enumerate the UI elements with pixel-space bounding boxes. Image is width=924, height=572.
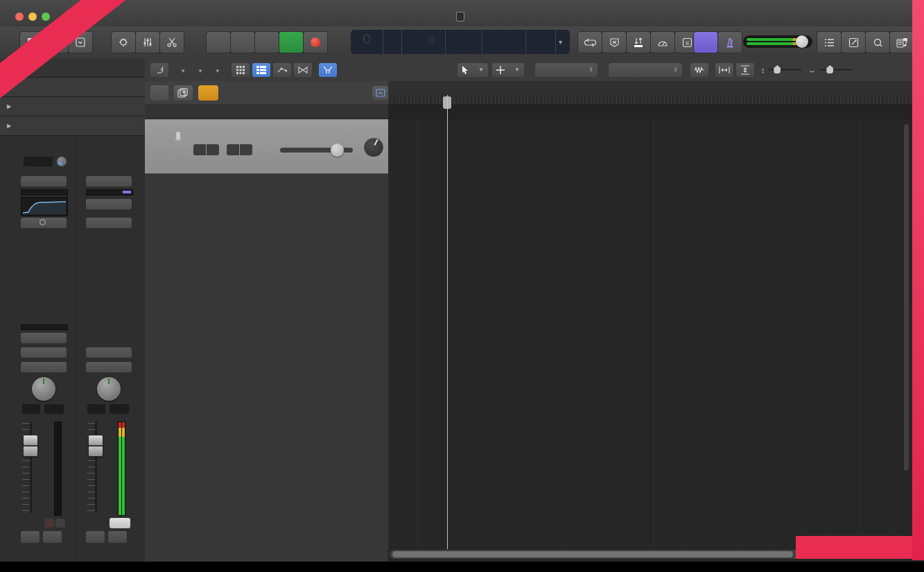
output-setting-button[interactable] bbox=[86, 176, 132, 187]
zoom-slider-thumb[interactable] bbox=[826, 65, 833, 73]
vertical-scroll-thumb[interactable] bbox=[904, 124, 909, 471]
automation-icon[interactable] bbox=[273, 63, 291, 77]
volume-value-right[interactable] bbox=[87, 404, 105, 414]
lcd-bar bbox=[363, 31, 371, 46]
vertical-zoom-slider[interactable]: ↕ bbox=[761, 66, 802, 74]
track-view-icon[interactable] bbox=[252, 63, 270, 77]
drag-select[interactable]: ⇕ bbox=[609, 63, 682, 77]
input-slot[interactable] bbox=[21, 218, 67, 228]
add-track-button[interactable] bbox=[150, 85, 168, 101]
mute-button-left[interactable] bbox=[21, 531, 40, 543]
bar-ruler[interactable] bbox=[388, 81, 924, 96]
automation-mode-right[interactable] bbox=[86, 362, 132, 372]
pointer-tool-dropdown[interactable]: ▼ bbox=[457, 63, 488, 77]
list-editors-icon[interactable] bbox=[817, 32, 841, 53]
mute-button[interactable] bbox=[193, 144, 206, 155]
collapse-tracks-icon[interactable] bbox=[372, 86, 388, 100]
input-monitor-left[interactable] bbox=[55, 519, 65, 528]
forward-button[interactable] bbox=[231, 32, 254, 53]
track-inspector-header[interactable]: ▶ bbox=[0, 116, 145, 136]
automation-mode-left[interactable] bbox=[21, 362, 67, 372]
master-volume-knob[interactable] bbox=[796, 35, 808, 48]
autopunch-icon[interactable] bbox=[602, 32, 626, 53]
mixer-icon[interactable] bbox=[136, 32, 159, 53]
disclosure-triangle-icon[interactable]: ▶ bbox=[7, 116, 11, 135]
horizontal-scroll-thumb[interactable] bbox=[392, 551, 793, 557]
group-inspector-header[interactable]: ▶ bbox=[0, 97, 145, 116]
playhead-handle[interactable] bbox=[443, 96, 451, 109]
region-param-value[interactable] bbox=[24, 157, 53, 166]
pan-value-left[interactable] bbox=[44, 404, 64, 414]
group-slot-right[interactable] bbox=[86, 347, 132, 358]
count-in-button[interactable] bbox=[694, 32, 717, 53]
db-scale-right bbox=[108, 423, 116, 512]
ruler-tick-strip[interactable] bbox=[388, 95, 924, 105]
region-filter-icon[interactable] bbox=[319, 63, 337, 77]
scissors-icon[interactable] bbox=[160, 32, 184, 53]
media-browser-icon[interactable] bbox=[890, 32, 914, 53]
hide-tracks-button[interactable] bbox=[198, 85, 219, 101]
solo-button[interactable] bbox=[207, 144, 219, 155]
playhead-line[interactable] bbox=[447, 95, 448, 549]
track-volume-slider[interactable] bbox=[280, 148, 353, 153]
track-pan-knob[interactable] bbox=[364, 137, 383, 157]
fit-horizontal-icon[interactable] bbox=[715, 63, 733, 77]
output-slot[interactable] bbox=[21, 333, 67, 343]
eq-slot-right[interactable] bbox=[86, 199, 132, 209]
pan-value-right[interactable] bbox=[110, 404, 129, 414]
volume-slider-thumb[interactable] bbox=[331, 144, 344, 157]
lcd-tick bbox=[429, 31, 435, 49]
eq-thumbnail[interactable] bbox=[21, 197, 68, 216]
mute-button-right[interactable] bbox=[86, 531, 105, 543]
channel-setting-button[interactable] bbox=[21, 176, 67, 187]
tuner-icon[interactable] bbox=[651, 32, 674, 53]
db-scale-left bbox=[43, 423, 51, 512]
metronome-icon[interactable] bbox=[718, 32, 742, 53]
empty-send-slot[interactable] bbox=[21, 324, 68, 330]
flex-icon[interactable] bbox=[294, 63, 312, 77]
region-param-knob[interactable] bbox=[57, 157, 67, 166]
solo-button-left[interactable] bbox=[43, 531, 62, 543]
group-slot-left[interactable] bbox=[21, 347, 67, 358]
marker-track-header[interactable] bbox=[145, 104, 388, 119]
command-tool-dropdown[interactable]: ▼ bbox=[492, 63, 524, 77]
cycle-icon[interactable] bbox=[578, 32, 602, 53]
menu-functions[interactable]: ▼ bbox=[195, 66, 203, 74]
stop-button[interactable] bbox=[255, 32, 279, 53]
waveform-zoom-icon[interactable] bbox=[690, 63, 708, 77]
disclosure-triangle-icon[interactable]: ▶ bbox=[7, 97, 11, 116]
loop-browser-icon[interactable] bbox=[866, 32, 889, 53]
snap-select[interactable]: ⇕ bbox=[535, 63, 598, 77]
undo-catch-icon[interactable] bbox=[150, 63, 168, 77]
window-title bbox=[0, 12, 924, 22]
pan-knob-right[interactable] bbox=[97, 377, 121, 401]
menu-view[interactable]: ▼ bbox=[213, 66, 220, 74]
lcd-display[interactable]: ▾ bbox=[351, 30, 570, 54]
horizontal-zoom-slider[interactable]: ↔ bbox=[808, 66, 853, 74]
duplicate-track-button[interactable] bbox=[174, 85, 192, 101]
replace-icon[interactable] bbox=[627, 32, 650, 53]
bounce-button[interactable] bbox=[110, 518, 130, 528]
input-monitor-button[interactable] bbox=[240, 144, 252, 155]
lcd-chevron-icon[interactable]: ▾ bbox=[556, 30, 565, 54]
volume-fader-right[interactable] bbox=[89, 435, 103, 456]
menu-edit[interactable]: ▼ bbox=[178, 66, 186, 74]
smart-controls-icon[interactable] bbox=[112, 32, 135, 53]
rewind-button[interactable] bbox=[207, 32, 230, 53]
record-enable-button[interactable] bbox=[227, 144, 239, 155]
record-enable-left[interactable] bbox=[44, 519, 54, 528]
format-button-right[interactable] bbox=[86, 218, 132, 228]
volume-fader-left[interactable] bbox=[24, 435, 37, 456]
grid-view-icon[interactable] bbox=[232, 63, 250, 77]
master-volume-slider[interactable] bbox=[743, 35, 812, 48]
pan-knob-left[interactable] bbox=[32, 377, 55, 401]
tracks-area: ▼ ▼ ⇕ ⇕ ↕ ↔ bbox=[388, 58, 924, 562]
record-button[interactable] bbox=[304, 32, 327, 53]
zoom-slider-thumb[interactable] bbox=[774, 65, 781, 73]
note-pads-icon[interactable] bbox=[842, 32, 865, 53]
volume-value-left[interactable] bbox=[22, 404, 40, 414]
solo-button-right[interactable] bbox=[108, 531, 127, 543]
fit-vertical-icon[interactable] bbox=[736, 63, 754, 77]
play-button[interactable] bbox=[279, 32, 303, 53]
selected-track-header[interactable] bbox=[145, 119, 388, 174]
